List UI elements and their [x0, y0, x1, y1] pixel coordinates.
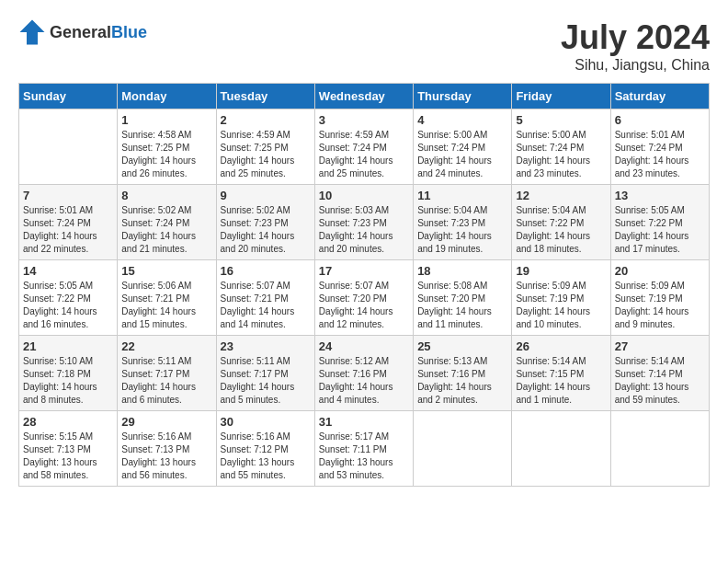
day-info: Sunrise: 5:11 AM Sunset: 7:17 PM Dayligh…: [121, 355, 211, 407]
day-info: Sunrise: 5:11 AM Sunset: 7:17 PM Dayligh…: [221, 355, 311, 407]
calendar-cell: [610, 411, 709, 487]
day-number: 31: [319, 415, 409, 429]
day-info: Sunrise: 5:00 AM Sunset: 7:24 PM Dayligh…: [516, 129, 606, 180]
logo-general-text: General: [50, 23, 111, 41]
day-number: 3: [319, 113, 409, 127]
calendar-week-4: 21Sunrise: 5:10 AM Sunset: 7:18 PM Dayli…: [19, 336, 710, 411]
day-number: 20: [615, 264, 705, 278]
day-number: 4: [417, 113, 507, 127]
day-number: 18: [417, 264, 507, 278]
calendar-cell: 13Sunrise: 5:05 AM Sunset: 7:22 PM Dayli…: [610, 185, 709, 260]
header-day-thursday: Thursday: [414, 84, 512, 109]
day-info: Sunrise: 5:14 AM Sunset: 7:15 PM Dayligh…: [516, 355, 606, 407]
logo: GeneralBlue: [18, 18, 147, 46]
calendar-cell: 26Sunrise: 5:14 AM Sunset: 7:15 PM Dayli…: [512, 336, 610, 411]
day-number: 24: [319, 339, 409, 353]
calendar-cell: 27Sunrise: 5:14 AM Sunset: 7:14 PM Dayli…: [610, 336, 709, 411]
calendar-cell: 14Sunrise: 5:05 AM Sunset: 7:22 PM Dayli…: [19, 260, 118, 336]
day-number: 13: [615, 189, 705, 202]
day-info: Sunrise: 5:15 AM Sunset: 7:13 PM Dayligh…: [23, 431, 113, 482]
day-number: 25: [417, 339, 507, 353]
header-day-saturday: Saturday: [610, 84, 709, 109]
day-info: Sunrise: 5:02 AM Sunset: 7:24 PM Dayligh…: [121, 204, 211, 256]
day-info: Sunrise: 5:03 AM Sunset: 7:23 PM Dayligh…: [319, 204, 409, 256]
day-info: Sunrise: 4:59 AM Sunset: 7:25 PM Dayligh…: [221, 129, 311, 180]
day-info: Sunrise: 5:00 AM Sunset: 7:24 PM Dayligh…: [417, 129, 507, 180]
calendar-cell: 7Sunrise: 5:01 AM Sunset: 7:24 PM Daylig…: [19, 185, 118, 260]
calendar-body: 1Sunrise: 4:58 AM Sunset: 7:25 PM Daylig…: [19, 109, 710, 487]
calendar-cell: 19Sunrise: 5:09 AM Sunset: 7:19 PM Dayli…: [512, 260, 610, 336]
day-number: 10: [319, 189, 409, 202]
calendar-cell: 23Sunrise: 5:11 AM Sunset: 7:17 PM Dayli…: [216, 336, 314, 411]
month-title: July 2024: [561, 18, 710, 57]
day-info: Sunrise: 5:07 AM Sunset: 7:20 PM Dayligh…: [319, 280, 409, 331]
calendar-cell: 3Sunrise: 4:59 AM Sunset: 7:24 PM Daylig…: [314, 109, 413, 185]
calendar-cell: 21Sunrise: 5:10 AM Sunset: 7:18 PM Dayli…: [19, 336, 118, 411]
day-number: 29: [121, 415, 211, 429]
day-info: Sunrise: 5:13 AM Sunset: 7:16 PM Dayligh…: [417, 355, 507, 407]
day-info: Sunrise: 5:14 AM Sunset: 7:14 PM Dayligh…: [615, 355, 705, 407]
location-title: Sihu, Jiangsu, China: [561, 57, 710, 74]
day-info: Sunrise: 5:08 AM Sunset: 7:20 PM Dayligh…: [417, 280, 507, 331]
day-info: Sunrise: 5:09 AM Sunset: 7:19 PM Dayligh…: [615, 280, 705, 331]
calendar-cell: 5Sunrise: 5:00 AM Sunset: 7:24 PM Daylig…: [512, 109, 610, 185]
calendar-cell: [19, 109, 118, 185]
day-info: Sunrise: 5:17 AM Sunset: 7:11 PM Dayligh…: [319, 431, 409, 482]
day-number: 8: [121, 189, 211, 202]
calendar-cell: 18Sunrise: 5:08 AM Sunset: 7:20 PM Dayli…: [414, 260, 512, 336]
calendar-cell: 30Sunrise: 5:16 AM Sunset: 7:12 PM Dayli…: [216, 411, 314, 487]
day-number: 22: [121, 339, 211, 353]
calendar-cell: 11Sunrise: 5:04 AM Sunset: 7:23 PM Dayli…: [414, 185, 512, 260]
day-info: Sunrise: 5:06 AM Sunset: 7:21 PM Dayligh…: [121, 280, 211, 331]
day-number: 21: [23, 339, 113, 353]
day-number: 9: [221, 189, 311, 202]
calendar-cell: 8Sunrise: 5:02 AM Sunset: 7:24 PM Daylig…: [118, 185, 216, 260]
day-number: 19: [516, 264, 606, 278]
header-day-wednesday: Wednesday: [314, 84, 413, 109]
day-number: 1: [121, 113, 211, 127]
day-number: 2: [221, 113, 311, 127]
calendar-header: SundayMondayTuesdayWednesdayThursdayFrid…: [19, 84, 710, 109]
day-info: Sunrise: 5:05 AM Sunset: 7:22 PM Dayligh…: [23, 280, 113, 331]
calendar-cell: 24Sunrise: 5:12 AM Sunset: 7:16 PM Dayli…: [314, 336, 413, 411]
logo-blue-text: Blue: [111, 23, 147, 41]
day-number: 17: [319, 264, 409, 278]
header-day-tuesday: Tuesday: [216, 84, 314, 109]
day-info: Sunrise: 4:59 AM Sunset: 7:24 PM Dayligh…: [319, 129, 409, 180]
calendar-cell: 20Sunrise: 5:09 AM Sunset: 7:19 PM Dayli…: [610, 260, 709, 336]
calendar-week-1: 1Sunrise: 4:58 AM Sunset: 7:25 PM Daylig…: [19, 109, 710, 185]
header-row: SundayMondayTuesdayWednesdayThursdayFrid…: [19, 84, 710, 109]
calendar-cell: 28Sunrise: 5:15 AM Sunset: 7:13 PM Dayli…: [19, 411, 118, 487]
day-number: 7: [23, 189, 113, 202]
calendar-cell: 22Sunrise: 5:11 AM Sunset: 7:17 PM Dayli…: [118, 336, 216, 411]
day-info: Sunrise: 5:01 AM Sunset: 7:24 PM Dayligh…: [615, 129, 705, 180]
day-number: 15: [121, 264, 211, 278]
calendar-cell: 4Sunrise: 5:00 AM Sunset: 7:24 PM Daylig…: [414, 109, 512, 185]
calendar-cell: 10Sunrise: 5:03 AM Sunset: 7:23 PM Dayli…: [314, 185, 413, 260]
calendar-week-3: 14Sunrise: 5:05 AM Sunset: 7:22 PM Dayli…: [19, 260, 710, 336]
day-info: Sunrise: 5:01 AM Sunset: 7:24 PM Dayligh…: [23, 204, 113, 256]
header-day-friday: Friday: [512, 84, 610, 109]
calendar-cell: 2Sunrise: 4:59 AM Sunset: 7:25 PM Daylig…: [216, 109, 314, 185]
day-number: 6: [615, 113, 705, 127]
day-number: 16: [221, 264, 311, 278]
day-number: 5: [516, 113, 606, 127]
calendar-week-2: 7Sunrise: 5:01 AM Sunset: 7:24 PM Daylig…: [19, 185, 710, 260]
day-number: 30: [221, 415, 311, 429]
title-block: July 2024 Sihu, Jiangsu, China: [561, 18, 710, 74]
calendar-cell: 15Sunrise: 5:06 AM Sunset: 7:21 PM Dayli…: [118, 260, 216, 336]
day-number: 26: [516, 339, 606, 353]
calendar-cell: 17Sunrise: 5:07 AM Sunset: 7:20 PM Dayli…: [314, 260, 413, 336]
svg-marker-0: [20, 20, 45, 45]
calendar-cell: 25Sunrise: 5:13 AM Sunset: 7:16 PM Dayli…: [414, 336, 512, 411]
calendar-cell: 16Sunrise: 5:07 AM Sunset: 7:21 PM Dayli…: [216, 260, 314, 336]
calendar-cell: 12Sunrise: 5:04 AM Sunset: 7:22 PM Dayli…: [512, 185, 610, 260]
day-number: 28: [23, 415, 113, 429]
header-day-sunday: Sunday: [19, 84, 118, 109]
page-header: GeneralBlue July 2024 Sihu, Jiangsu, Chi…: [18, 18, 710, 74]
day-number: 27: [615, 339, 705, 353]
calendar-cell: 29Sunrise: 5:16 AM Sunset: 7:13 PM Dayli…: [118, 411, 216, 487]
calendar-cell: 31Sunrise: 5:17 AM Sunset: 7:11 PM Dayli…: [314, 411, 413, 487]
day-info: Sunrise: 5:05 AM Sunset: 7:22 PM Dayligh…: [615, 204, 705, 256]
day-number: 14: [23, 264, 113, 278]
